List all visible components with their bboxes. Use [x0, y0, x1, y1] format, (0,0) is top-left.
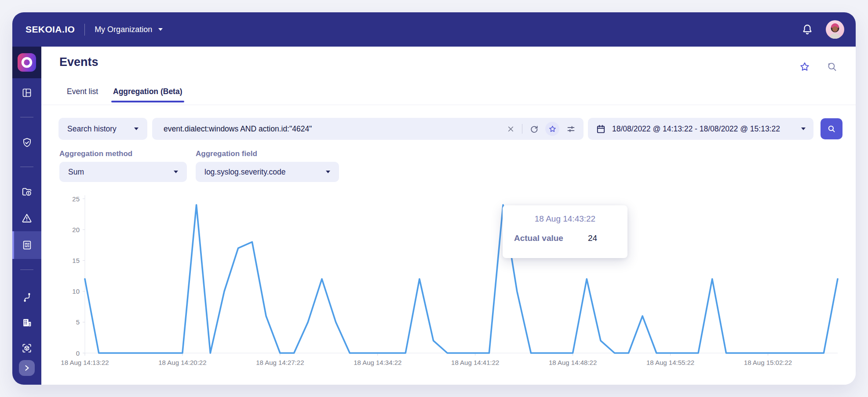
aggregation-field-value: log.syslog.severity.code [204, 168, 286, 177]
shield-check-icon [22, 137, 33, 148]
svg-text:18 Aug 14:13:22: 18 Aug 14:13:22 [61, 359, 109, 366]
tab-aggregation[interactable]: Aggregation (Beta) [113, 87, 182, 102]
sidebar-divider [20, 167, 33, 167]
svg-text:18 Aug 15:02:22: 18 Aug 15:02:22 [744, 359, 792, 366]
chevron-down-icon [326, 171, 330, 173]
sidebar-item-community[interactable] [12, 313, 41, 332]
calendar-icon [596, 124, 606, 134]
chevron-down-icon [801, 127, 806, 130]
chevron-down-icon [174, 171, 178, 173]
top-bar: SEKOIA.IO My Organization [12, 12, 856, 47]
date-range-value: 18/08/2022 @ 14:13:22 - 18/08/2022 @ 15:… [612, 124, 780, 134]
sidebar-item-sandbox[interactable] [12, 339, 41, 358]
tooltip-label: Actual value [514, 233, 563, 243]
page-title: Events [59, 55, 98, 69]
svg-text:20: 20 [72, 226, 80, 233]
sidebar-item-intakes[interactable] [12, 288, 41, 307]
svg-text:18 Aug 14:41:22: 18 Aug 14:41:22 [451, 359, 499, 366]
search-history-select-value: Search history [67, 124, 117, 134]
sidebar-logo-block[interactable] [12, 47, 41, 78]
svg-text:0: 0 [76, 350, 80, 357]
save-search-button[interactable] [545, 122, 559, 136]
search-field-divider [522, 124, 522, 134]
line-chart[interactable]: 051015202518 Aug 14:13:2218 Aug 14:20:22… [59, 192, 840, 366]
star-icon [548, 125, 557, 133]
search-history-button[interactable] [826, 61, 838, 73]
avatar[interactable] [826, 20, 844, 39]
main-content: Events Event list Aggregation (Beta) Sea… [41, 47, 856, 385]
intake-cable-icon [22, 292, 33, 303]
sekoia-logo-icon [18, 53, 36, 72]
favorite-page-button[interactable] [799, 61, 811, 73]
svg-text:18 Aug 14:48:22: 18 Aug 14:48:22 [549, 359, 597, 366]
warning-triangle-icon [21, 212, 33, 224]
chart-tooltip: 18 Aug 14:43:22 Actual value 24 [503, 205, 627, 258]
sidebar-divider [20, 270, 33, 270]
sidebar-item-dashboard[interactable] [12, 83, 41, 102]
sidebar-item-events[interactable] [12, 231, 41, 259]
svg-text:18 Aug 14:20:22: 18 Aug 14:20:22 [158, 359, 206, 366]
tooltip-timestamp: 18 Aug 14:43:22 [503, 214, 627, 224]
sidebar-item-folder[interactable] [12, 182, 41, 201]
aggregation-field-label: Aggregation field [196, 149, 257, 158]
search-settings-button[interactable] [565, 123, 576, 135]
clear-search-button[interactable] [505, 123, 516, 135]
cube-scan-icon [21, 342, 33, 354]
svg-text:18 Aug 14:27:22: 18 Aug 14:27:22 [256, 359, 304, 366]
building-icon [22, 317, 33, 328]
svg-text:18 Aug 14:55:22: 18 Aug 14:55:22 [646, 359, 694, 366]
aggregation-chart[interactable]: 051015202518 Aug 14:13:2218 Aug 14:20:22… [59, 192, 840, 366]
app-window: SEKOIA.IO My Organization [12, 12, 856, 385]
aggregation-method-select[interactable]: Sum [59, 162, 187, 182]
svg-text:5: 5 [76, 318, 80, 326]
sidebar-expand-button[interactable] [19, 360, 35, 376]
aggregation-field-select[interactable]: log.syslog.severity.code [196, 162, 339, 182]
search-icon [827, 124, 836, 134]
svg-text:18 Aug 14:34:22: 18 Aug 14:34:22 [354, 359, 401, 366]
organization-selector[interactable]: My Organization [95, 25, 163, 34]
tabs-divider [41, 105, 856, 105]
search-query-input[interactable] [164, 124, 505, 134]
brand-logo-text: SEKOIA.IO [26, 24, 75, 35]
svg-text:25: 25 [72, 195, 80, 203]
refresh-button[interactable] [528, 123, 540, 135]
folder-alert-icon [21, 186, 33, 197]
sidebar-item-alerts[interactable] [12, 208, 41, 228]
organization-name: My Organization [95, 25, 152, 34]
dashboard-icon [22, 87, 32, 98]
search-history-icon [826, 61, 838, 73]
chevron-down-icon [158, 28, 163, 31]
expand-chevron-icon [23, 364, 30, 372]
topbar-divider [84, 24, 85, 36]
bell-icon[interactable] [800, 22, 814, 36]
svg-text:10: 10 [72, 288, 80, 295]
sidebar-divider [20, 117, 33, 117]
svg-text:15: 15 [72, 257, 80, 264]
search-query-field[interactable] [152, 118, 584, 140]
events-document-icon [22, 240, 33, 251]
aggregation-method-value: Sum [68, 168, 84, 177]
refresh-icon [529, 124, 539, 134]
tooltip-value: 24 [588, 233, 597, 243]
search-history-select[interactable]: Search history [58, 118, 147, 140]
aggregation-method-label: Aggregation method [59, 149, 132, 158]
chevron-down-icon [134, 127, 139, 130]
sidebar-item-shield[interactable] [12, 133, 41, 152]
star-icon [799, 61, 810, 73]
tab-event-list[interactable]: Event list [67, 87, 98, 102]
date-range-picker[interactable]: 18/08/2022 @ 14:13:22 - 18/08/2022 @ 15:… [588, 118, 813, 140]
search-submit-button[interactable] [821, 118, 842, 139]
filter-sliders-icon [566, 124, 576, 134]
sidebar [12, 47, 41, 385]
